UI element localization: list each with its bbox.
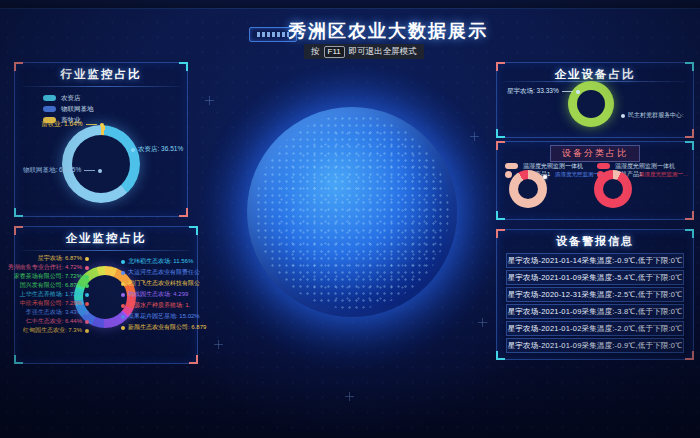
leader-dot bbox=[121, 304, 125, 308]
chart-callout: 鸭戏园生态农场: 4.299 bbox=[121, 290, 188, 299]
leader-dot bbox=[121, 326, 125, 330]
leader-dot bbox=[121, 315, 125, 319]
chart-callout: 民主村党群服务中心: bbox=[621, 111, 684, 120]
chart-callout: 星宇农场: 6.87% bbox=[17, 254, 89, 263]
panel-title: 设备分类占比 bbox=[550, 145, 640, 162]
category-donut-left[interactable] bbox=[509, 170, 547, 208]
callout-text: 大运河生态农业有限责任公 bbox=[128, 268, 200, 277]
top-decoration-bar bbox=[0, 0, 700, 9]
callout-text: 瓜果花卉园艺基地: 15.02% bbox=[128, 312, 200, 321]
leader-dot bbox=[121, 282, 125, 286]
plus-decoration bbox=[478, 318, 487, 327]
panel-title: 行业监控占比 bbox=[15, 67, 187, 82]
plus-decoration bbox=[470, 132, 479, 141]
corner-decoration bbox=[496, 129, 505, 138]
chart-callout: 稻门飞生态农业科技有限公 bbox=[121, 279, 200, 288]
leader-line bbox=[84, 170, 95, 171]
chart-callout: 大运河生态农业有限责任公 bbox=[121, 268, 200, 277]
corner-decoration bbox=[496, 211, 505, 220]
page-title: 秀洲区农业大数据展示 bbox=[288, 19, 478, 43]
alarm-row: 星宇农场-2021-01-14采集温度:-0.9℃,低于下限:0℃ bbox=[506, 253, 684, 268]
callout-text: 农资店: 36.51% bbox=[138, 145, 183, 154]
globe-visualization bbox=[247, 107, 457, 317]
plus-decoration bbox=[205, 96, 214, 105]
chart-callout: 丰源水产种质养殖场: 1. bbox=[121, 301, 190, 310]
alarm-row: 星宇农场-2021-01-02采集温度:-2.0℃,低于下限:0℃ bbox=[506, 321, 684, 336]
chart-callout: 农资店: 36.51% bbox=[131, 145, 183, 154]
fullscreen-tip: 按 F11 即可退出全屏模式 bbox=[304, 44, 424, 59]
alarm-row: 星宇农场-2021-01-09采集温度:-3.8℃,低于下限:0℃ bbox=[506, 304, 684, 319]
callout-text: 中欣禾有限公司: 7.29% bbox=[20, 299, 82, 308]
enterprise-ratio-panel: 企业监控占比 星宇农场: 6.87% 秀湖南鱼专业合作社: 4.72% 家春茶场… bbox=[14, 226, 198, 364]
leader-dot bbox=[85, 275, 89, 279]
leader-dot bbox=[85, 311, 89, 315]
legend-swatch bbox=[505, 171, 512, 178]
chart-callout: 中欣禾有限公司: 7.29% bbox=[17, 299, 89, 308]
chart-callout: 温湿度光照监测一… bbox=[639, 171, 689, 178]
alarm-row: 星宇农场-2021-01-09采集温度:-0.9℃,低于下限:0℃ bbox=[506, 338, 684, 353]
callout-text: 北纬稻生态农场: 11.56% bbox=[128, 257, 193, 266]
chart-callout: 仁丰生态农业: 6.44% bbox=[17, 317, 89, 326]
leader-dot bbox=[85, 266, 89, 270]
industry-ratio-panel: 行业监控占比 农资店 物联网基地 畜牧业 畜牧业: 1.64% 农资店: 36.… bbox=[14, 62, 188, 217]
leader-dot bbox=[576, 90, 580, 94]
chart-callout: 瓜果花卉园艺基地: 15.02% bbox=[121, 312, 200, 321]
alarm-row: 星宇农场-2021-01-09采集温度:-5.4℃,低于下限:0℃ bbox=[506, 270, 684, 285]
callout-text: 仁丰生态农业: 6.44% bbox=[26, 317, 82, 326]
chart-callout: 温湿度光照监测一… bbox=[555, 171, 605, 178]
callout-text: 红甸园生态农业: 7.3% bbox=[23, 326, 82, 335]
corner-decoration bbox=[496, 351, 505, 360]
chart-callout: 畜牧业: 1.64% bbox=[41, 120, 104, 129]
corner-decoration bbox=[179, 208, 188, 217]
panel-title: 设备警报信息 bbox=[497, 234, 693, 249]
leader-dot bbox=[85, 320, 89, 324]
chart-callout: 星宇农场: 33.33% bbox=[507, 87, 580, 96]
callout-text: 丰源水产种质养殖场: 1. bbox=[128, 301, 190, 310]
leader-dot bbox=[98, 169, 102, 173]
device-category-panel: 设备分类占比 温湿度光照监测一体机 一体机产品1 温湿度光照监测一体机 一体机产… bbox=[496, 141, 694, 220]
marker-dot bbox=[543, 175, 547, 179]
corner-decoration bbox=[496, 141, 505, 150]
tip-prefix: 按 bbox=[311, 46, 320, 58]
callout-text: 星宇农场: 6.87% bbox=[38, 254, 82, 263]
leader-dot bbox=[621, 114, 625, 118]
industry-donut-chart[interactable] bbox=[62, 125, 140, 203]
callout-text: 秀湖南鱼专业合作社: 4.72% bbox=[8, 263, 82, 272]
panel-title: 企业监控占比 bbox=[15, 231, 197, 246]
leader-dot bbox=[85, 257, 89, 261]
alarm-row: 星宇农场-2020-12-31采集温度:-2.5℃,低于下限:0℃ bbox=[506, 287, 684, 302]
leader-dot bbox=[121, 293, 125, 297]
callout-text: 稻门飞生态农业科技有限公 bbox=[128, 279, 200, 288]
corner-decoration bbox=[14, 208, 23, 217]
callout-text: 物联网基地: 61.85% bbox=[23, 166, 81, 175]
chart-callout: 上华生态养殖场: 1.72% bbox=[17, 290, 89, 299]
chart-callout: 红甸园生态农业: 7.3% bbox=[17, 326, 89, 335]
equipment-ratio-panel: 企业设备占比 星宇农场: 33.33% 民主村党群服务中心: bbox=[496, 62, 694, 138]
leader-dot bbox=[85, 302, 89, 306]
callout-text: 鸭戏园生态农场: 4.299 bbox=[128, 290, 188, 299]
callout-text: 温湿度光照监测一… bbox=[555, 171, 605, 178]
globe-dot-texture-2 bbox=[276, 128, 444, 304]
logo-wordmark bbox=[257, 32, 289, 37]
title-separator bbox=[22, 250, 190, 251]
callout-text: 新颜生态农业有限公司: 6.879 bbox=[128, 323, 206, 332]
corner-decoration bbox=[14, 355, 23, 364]
chart-callout: 物联网基地: 61.85% bbox=[23, 166, 102, 175]
corner-decoration bbox=[685, 211, 694, 220]
legend-item[interactable]: 农资店 bbox=[43, 93, 81, 103]
chart-callout: 秀湖南鱼专业合作社: 4.72% bbox=[17, 263, 89, 272]
corner-decoration bbox=[685, 351, 694, 360]
callout-text: 温湿度光照监测一… bbox=[639, 171, 689, 178]
dashboard: 秀洲区农业大数据展示 按 F11 即可退出全屏模式 行业监控占比 农资店 物联网… bbox=[0, 0, 700, 438]
callout-text: 李强生态农场: 3.43% bbox=[26, 308, 82, 317]
plus-decoration bbox=[345, 392, 354, 401]
leader-line bbox=[562, 91, 573, 92]
leader-dot bbox=[85, 329, 89, 333]
chart-callout: 新颜生态农业有限公司: 6.879 bbox=[121, 323, 206, 332]
leader-line bbox=[86, 124, 97, 125]
legend-label: 物联网基地 bbox=[61, 105, 94, 114]
callout-text: 畜牧业: 1.64% bbox=[41, 120, 83, 129]
alarm-info-panel: 设备警报信息 星宇农场-2021-01-14采集温度:-0.9℃,低于下限:0℃… bbox=[496, 229, 694, 360]
legend-item[interactable]: 物联网基地 bbox=[43, 104, 94, 114]
callout-text: 家春茶场有限公司: 7.72% bbox=[14, 272, 82, 281]
